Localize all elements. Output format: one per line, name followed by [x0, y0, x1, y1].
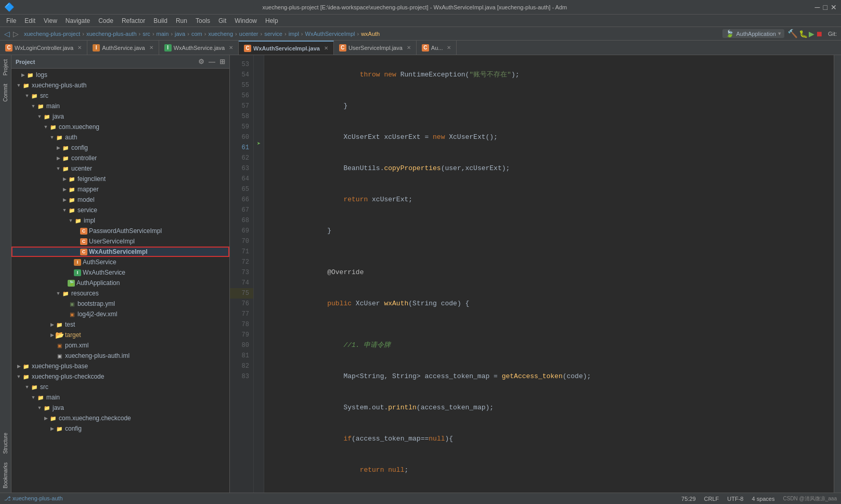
minimize-btn[interactable]: ─	[815, 3, 820, 11]
run-btn[interactable]: ▶	[809, 30, 814, 38]
tree-item-main2[interactable]: ▼ 📁 main	[11, 392, 229, 403]
menu-navigate[interactable]: Navigate	[61, 16, 94, 25]
tab-close-btn[interactable]: ✕	[149, 45, 153, 50]
tree-item-com-xuecheng-checkcode[interactable]: ▶ 📁 com.xuecheng.checkcode	[11, 413, 229, 423]
status-git[interactable]: ⎇ xuecheng-plus-auth	[4, 495, 63, 502]
breadcrumb-auth[interactable]: xuecheng-plus-auth	[86, 31, 137, 37]
menu-git[interactable]: Git	[214, 16, 230, 25]
breadcrumb-service[interactable]: service	[264, 31, 282, 37]
menu-file[interactable]: File	[2, 16, 20, 25]
tree-item-auth[interactable]: ▼ 📁 auth	[11, 132, 229, 143]
menu-help[interactable]: Help	[261, 16, 282, 25]
tab-authservice[interactable]: I AuthService.java ✕	[87, 41, 159, 55]
menu-tools[interactable]: Tools	[191, 16, 214, 25]
tree-item-pom-xml[interactable]: ▣ pom.xml	[11, 340, 229, 351]
tab-wxauthserviceimpl[interactable]: C WxAuthServiceImpl.java ✕	[239, 41, 334, 55]
menu-code[interactable]: Code	[94, 16, 118, 25]
tree-item-config[interactable]: ▶ 📁 config	[11, 143, 229, 153]
stop-btn[interactable]: ⏹	[816, 30, 823, 38]
tree-item-controller[interactable]: ▶ 📁 controller	[11, 153, 229, 163]
tab-close-active-btn[interactable]: ✕	[324, 45, 328, 51]
tree-item-com-xuecheng[interactable]: ▼ 📁 com.xuecheng	[11, 122, 229, 132]
breadcrumb-src[interactable]: src	[143, 31, 150, 37]
tab-userserviceimpl[interactable]: C UserServiceImpl.java ✕	[334, 41, 417, 55]
tree-item-java[interactable]: ▼ 📁 java	[11, 111, 229, 122]
sidebar-project-label[interactable]: Project	[1, 55, 10, 80]
status-encoding[interactable]: UTF-8	[727, 496, 743, 502]
breadcrumb-wxauth[interactable]: wxAuth	[361, 31, 380, 37]
nav-forward-btn[interactable]: ▷	[13, 30, 19, 38]
code-content[interactable]: throw new RuntimeException("账号不存在"); } X…	[264, 55, 834, 493]
tab-wxlogincontroller[interactable]: C WxLoginController.java ✕	[0, 41, 87, 55]
tree-item-bootstrap-yml[interactable]: ▣ bootstrap.yml	[11, 299, 229, 309]
tree-item-target[interactable]: ▶ 📂 target	[11, 330, 229, 340]
tree-item-xuecheng-plus-checkcode[interactable]: ▼ 📁 xuecheng-plus-checkcode	[11, 371, 229, 382]
project-expand-icon[interactable]: ⊞	[219, 58, 225, 66]
line-numbers: 53 54 55 56 57 58 59 60 61 62 63 64 65 6…	[230, 55, 254, 493]
title-text: xuecheng-plus-project [E:\idea-workspace…	[19, 4, 811, 10]
tree-item-userserviceimpl[interactable]: C UserServiceImpl	[11, 236, 229, 247]
tab-wxauthservice[interactable]: I WxAuthService.java ✕	[159, 41, 239, 55]
sidebar-bookmarks-label[interactable]: Bookmarks	[1, 458, 10, 493]
menu-refactor[interactable]: Refactor	[118, 16, 149, 25]
tab-au[interactable]: C Au... ✕	[417, 41, 457, 55]
tree-item-resources[interactable]: ▼ 📁 resources	[11, 288, 229, 299]
menu-window[interactable]: Window	[230, 16, 261, 25]
breadcrumb-xuecheng[interactable]: xuecheng	[208, 31, 233, 37]
tree-item-src2[interactable]: ▼ 📁 src	[11, 382, 229, 392]
maximize-btn[interactable]: □	[823, 3, 827, 11]
tree-item-wxauthservice[interactable]: I WxAuthService	[11, 267, 229, 278]
tree-item-ucenter[interactable]: ▼ 📁 ucenter	[11, 163, 229, 174]
sidebar-structure-label[interactable]: Structure	[1, 429, 10, 458]
tree-item-xuecheng-plus-base[interactable]: ▶ 📁 xuecheng-plus-base	[11, 361, 229, 371]
code-editor[interactable]: 53 54 55 56 57 58 59 60 61 62 63 64 65 6…	[230, 55, 841, 493]
breadcrumb-impl[interactable]: impl	[289, 31, 299, 37]
tree-item-java2[interactable]: ▼ 📁 java	[11, 403, 229, 413]
tree-item-authapplication[interactable]: 🍃 AuthApplication	[11, 278, 229, 288]
make-btn[interactable]: 🔨	[787, 29, 798, 38]
tree-item-passwordauthserviceimpl[interactable]: C PasswordAuthServiceImpl	[11, 226, 229, 236]
project-close-icon[interactable]: —	[209, 58, 215, 66]
tab-close-btn[interactable]: ✕	[447, 45, 451, 50]
tree-item-xuecheng-plus-auth[interactable]: ▼ 📁 xuecheng-plus-auth	[11, 80, 229, 91]
tab-close-btn[interactable]: ✕	[229, 45, 233, 50]
tree-item-model[interactable]: ▶ 📁 model	[11, 195, 229, 205]
debug-btn[interactable]: 🐛	[799, 30, 808, 38]
breadcrumb-com[interactable]: com	[191, 31, 202, 37]
breadcrumb-wxauthserviceimpl[interactable]: WxAuthServiceImpl	[305, 31, 355, 37]
sidebar-commit-label[interactable]: Commit	[1, 80, 10, 106]
tree-item-authservice[interactable]: I AuthService	[11, 257, 229, 267]
menu-edit[interactable]: Edit	[20, 16, 40, 25]
tab-label: WxAuthService.java	[174, 45, 225, 51]
tab-close-btn[interactable]: ✕	[407, 45, 411, 50]
nav-back-btn[interactable]: ◁	[4, 30, 10, 38]
tree-item-src[interactable]: ▼ 📁 src	[11, 91, 229, 101]
status-indent[interactable]: 4 spaces	[752, 496, 774, 502]
git-btn[interactable]: Git:	[828, 31, 837, 37]
close-btn[interactable]: ✕	[831, 3, 837, 11]
tree-item-mapper[interactable]: ▶ 📁 mapper	[11, 184, 229, 195]
tree-item-service[interactable]: ▼ 📁 service	[11, 205, 229, 215]
status-crlf[interactable]: CRLF	[704, 496, 719, 502]
tree-item-test[interactable]: ▶ 📁 test	[11, 319, 229, 330]
breadcrumb-main[interactable]: main	[157, 31, 169, 37]
menu-view[interactable]: View	[40, 16, 61, 25]
breadcrumb-java[interactable]: java	[175, 31, 185, 37]
menu-run[interactable]: Run	[172, 16, 191, 25]
run-config-selector[interactable]: 🍃 AuthApplication ▾	[722, 29, 784, 38]
tree-item-logs[interactable]: ▶ 📁 logs	[11, 70, 229, 80]
project-gear-icon[interactable]: ⚙	[198, 58, 204, 66]
code-line-59	[270, 247, 834, 257]
menu-build[interactable]: Build	[149, 16, 172, 25]
tab-close-btn[interactable]: ✕	[77, 45, 82, 50]
tree-item-impl[interactable]: ▼ 📁 impl	[11, 215, 229, 226]
tree-item-iml[interactable]: ▣ xuecheng-plus-auth.iml	[11, 351, 229, 361]
breadcrumb-bar: ◁ ▷ xuecheng-plus-project › xuecheng-plu…	[0, 27, 841, 41]
tree-item-config2[interactable]: ▶ 📁 config	[11, 423, 229, 434]
tree-item-feignclient[interactable]: ▶ 📁 feignclient	[11, 174, 229, 184]
tree-item-log4j2-xml[interactable]: ▣ log4j2-dev.xml	[11, 309, 229, 319]
tree-item-main[interactable]: ▼ 📁 main	[11, 101, 229, 111]
breadcrumb-project[interactable]: xuecheng-plus-project	[24, 31, 80, 37]
breadcrumb-ucenter[interactable]: ucenter	[239, 31, 258, 37]
tree-item-wxauthserviceimpl[interactable]: C WxAuthServiceImpl	[11, 247, 229, 257]
